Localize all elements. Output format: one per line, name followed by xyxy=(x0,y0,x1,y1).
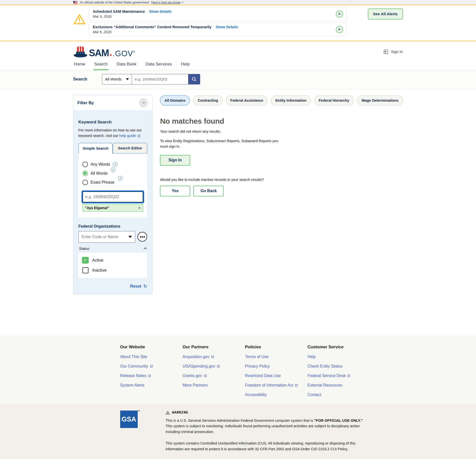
domain-pills: All Domains Contracting Federal Assistan… xyxy=(160,95,403,105)
gov-banner-text: An official website of the United States… xyxy=(80,1,149,4)
footer-link-grants-gov[interactable]: Grants.gov xyxy=(183,374,245,378)
footer-link-external-resources[interactable]: External Resources xyxy=(308,383,370,388)
radio-exact-phrase[interactable] xyxy=(82,180,88,185)
external-link-icon xyxy=(217,365,220,368)
domain-pill-wage-determinations[interactable]: Wage Determinations xyxy=(357,95,403,105)
status-accordion-toggle[interactable]: Status xyxy=(79,247,147,251)
footer-link-usaspending-gov[interactable]: USASpending.gov xyxy=(183,364,245,369)
logo-star-icon: ★ xyxy=(109,53,112,57)
search-input[interactable] xyxy=(132,74,188,84)
ellipsis-icon: ●●● xyxy=(140,235,145,239)
chevron-up-icon xyxy=(144,247,147,251)
domain-pill-all-domains[interactable]: All Domains xyxy=(160,95,190,105)
alert-card: Scheduled SAM Maintenance Show Details M… xyxy=(89,7,347,21)
results-area: All Domains Contracting Federal Assistan… xyxy=(160,95,403,196)
status-active-label: Active xyxy=(92,258,103,263)
federal-orgs-input[interactable] xyxy=(78,231,135,243)
check-icon: ✓ xyxy=(84,258,87,262)
nav-search[interactable]: Search xyxy=(93,60,108,70)
nav-data-bank[interactable]: Data Bank xyxy=(116,60,137,70)
search-submit-button[interactable] xyxy=(188,74,200,84)
tab-simple-search[interactable]: Simple Search xyxy=(78,143,113,153)
alert-card: Exclusions “Additional Comments” Content… xyxy=(89,22,347,36)
domain-pill-contracting[interactable]: Contracting xyxy=(193,95,222,105)
filter-panel: Filter By − Keyword Search For more info… xyxy=(73,95,153,294)
nav-home[interactable]: Home xyxy=(73,60,86,70)
see-all-alerts-button[interactable]: See All Alerts xyxy=(368,8,403,19)
orgs-more-options-button[interactable]: ●●● xyxy=(137,232,147,242)
status-active-option[interactable]: ✓ Active xyxy=(82,257,144,264)
footer-link-contact[interactable]: Contact xyxy=(308,393,370,397)
nav-help[interactable]: Help xyxy=(180,60,190,70)
alert-close-button[interactable]: ✕ xyxy=(336,10,343,17)
sign-in-link[interactable]: Sign In xyxy=(383,49,403,54)
close-icon: ✕ xyxy=(338,12,341,16)
alert-title: Exclusions “Additional Comments” Content… xyxy=(93,25,212,29)
sam-gov-logo[interactable]: SAM★.GOV® xyxy=(73,46,135,58)
info-icon[interactable]: i xyxy=(118,176,123,181)
uncle-sam-hat-icon xyxy=(73,46,88,58)
yes-button[interactable]: Yes xyxy=(160,186,190,196)
footer-link-our-community[interactable]: Our Community xyxy=(120,364,183,369)
footer-link-check-entity-status[interactable]: Check Entity Status xyxy=(308,364,370,369)
how-you-know-link[interactable]: Here’s how you know xyxy=(151,1,183,4)
logo-gov-text: .GOV xyxy=(113,50,133,57)
alert-title: Scheduled SAM Maintenance xyxy=(93,9,145,13)
keyword-chip-label: "Aya Elgamal" xyxy=(85,206,109,210)
warning-title: WARNING xyxy=(166,411,364,415)
search-mode-select[interactable]: All Words xyxy=(102,74,132,84)
alert-show-details-link[interactable]: Show Details xyxy=(149,9,171,13)
footer-column-heading: Policies xyxy=(245,345,308,350)
status-inactive-option[interactable]: Inactive xyxy=(82,267,144,273)
search-label: Search xyxy=(73,77,102,82)
footer-link-system-alerts[interactable]: System Alerts xyxy=(120,383,183,388)
info-icon[interactable]: i xyxy=(111,167,115,172)
checkbox-unchecked[interactable] xyxy=(82,267,88,273)
radio-all-words[interactable] xyxy=(82,171,88,176)
go-back-button[interactable]: Go Back xyxy=(193,186,224,196)
domain-pill-federal-hierarchy[interactable]: Federal Hierarchy xyxy=(314,95,354,105)
reset-filters-button[interactable]: Reset ↻ xyxy=(78,284,147,289)
footer-link-release-notes[interactable]: Release Notes xyxy=(120,374,183,378)
caret-down-icon[interactable] xyxy=(128,236,132,238)
chip-remove-button[interactable]: × xyxy=(138,206,141,210)
radio-any-words[interactable] xyxy=(82,162,88,167)
sign-in-icon xyxy=(383,49,389,54)
status-label: Status xyxy=(79,247,89,251)
checkbox-checked[interactable]: ✓ xyxy=(82,257,89,264)
footer-column-policies: Policies Terms of Use Privacy Policy Res… xyxy=(245,345,308,397)
footer-link-help[interactable]: Help xyxy=(308,355,370,359)
chevron-down-icon xyxy=(181,1,183,3)
radio-any-words-label: Any Words xyxy=(91,162,110,167)
warning-paragraph-2: This system contains Controlled Unclassi… xyxy=(166,441,364,452)
footer-link-privacy-policy[interactable]: Privacy Policy xyxy=(245,364,308,369)
external-link-icon xyxy=(295,384,298,387)
nav-data-services[interactable]: Data Services xyxy=(145,60,173,70)
footer-link-restricted-data-use[interactable]: Restricted Data Use xyxy=(245,374,308,378)
alert-close-button[interactable]: ✕ xyxy=(336,26,343,33)
gsa-warning-section: GSA ® WARNING This is a U.S. General Ser… xyxy=(0,404,476,459)
collapse-filters-button[interactable]: − xyxy=(139,98,148,107)
footer-link-foia[interactable]: Freedom of Information Act xyxy=(245,383,308,388)
filter-by-title: Filter By xyxy=(77,100,94,105)
keyword-info-text: For more information on how to use our k… xyxy=(78,128,147,139)
registered-mark: ® xyxy=(138,410,140,412)
footer-link-about-this-site[interactable]: About This Site xyxy=(120,355,183,359)
alert-show-details-link[interactable]: Show Details xyxy=(216,25,238,29)
warning-paragraph-1: This is a U.S. General Services Administ… xyxy=(166,418,364,435)
help-guide-link[interactable]: help guide xyxy=(119,133,141,139)
footer-link-terms-of-use[interactable]: Terms of Use xyxy=(245,355,308,359)
alert-date: Mar 9, 2026 xyxy=(93,14,331,18)
keyword-input[interactable] xyxy=(82,191,143,202)
external-link-icon xyxy=(211,355,214,359)
footer-link-more-partners[interactable]: More Partners xyxy=(183,383,245,388)
domain-pill-federal-assistance[interactable]: Federal Assistance xyxy=(226,95,268,105)
footer-link-acquisition-gov[interactable]: Acquisition.gov xyxy=(183,355,245,359)
domain-pill-entity-information[interactable]: Entity Information xyxy=(271,95,311,105)
search-strip: Search All Words xyxy=(0,70,476,89)
footer-link-accessibility[interactable]: Accessibility xyxy=(245,393,308,397)
footer-link-federal-service-desk[interactable]: Federal Service Desk xyxy=(308,374,370,378)
sign-in-button[interactable]: Sign In xyxy=(160,155,190,166)
info-icon[interactable]: i xyxy=(113,162,117,167)
tab-search-editor[interactable]: Search Editor xyxy=(113,143,147,153)
